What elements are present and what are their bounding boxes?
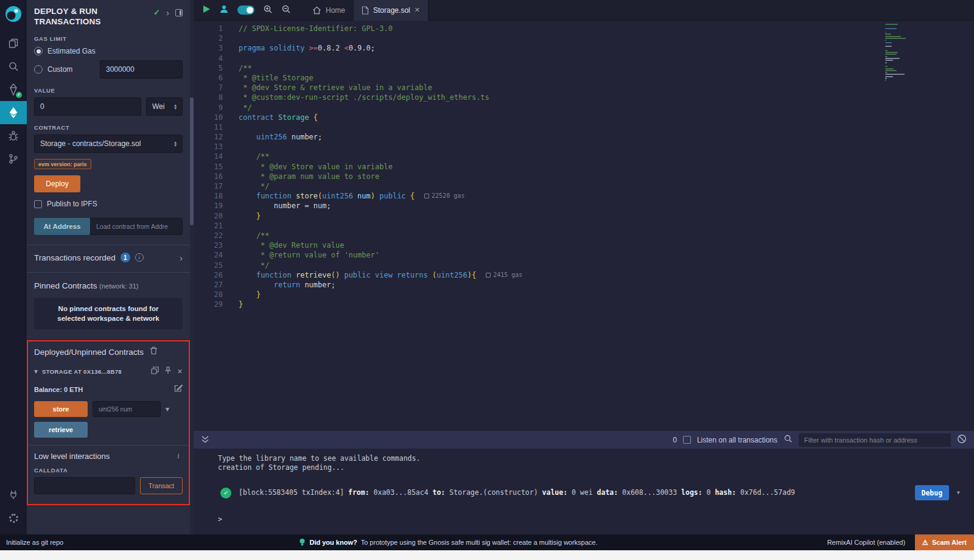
code-line[interactable]: 17 */	[194, 181, 974, 191]
code-line[interactable]: 12 uint256 number;	[194, 132, 974, 142]
listen-all-checkbox[interactable]	[683, 436, 691, 444]
chevron-down-icon[interactable]: ▾	[34, 368, 38, 375]
terminal-output[interactable]: Type the library name to see available c…	[194, 449, 974, 534]
gas-estimate: 2415 gas	[486, 270, 522, 280]
code-line[interactable]: 10contract Storage {	[194, 113, 974, 122]
code-line[interactable]: 9 */	[194, 103, 974, 113]
code-line[interactable]: 18 function store(uint256 num) public {2…	[194, 191, 974, 201]
expand-terminal-icon[interactable]	[201, 435, 209, 446]
custom-gas-input[interactable]	[100, 60, 183, 79]
code-line[interactable]: 2	[194, 33, 974, 43]
terminal-filter-input[interactable]	[799, 433, 951, 447]
info-icon[interactable]: i	[135, 253, 144, 262]
value-unit-select[interactable]: Wei ▴▾	[146, 97, 183, 116]
expand-store-chevron-icon[interactable]: ▾	[166, 405, 169, 413]
code-line[interactable]: 3pragma solidity >=0.8.2 <0.9.0;	[194, 43, 974, 53]
code-line[interactable]: 11	[194, 122, 974, 132]
warning-icon: ⚠	[922, 539, 928, 547]
sidebar-item-file-explorer[interactable]	[0, 32, 27, 55]
zoom-out-icon[interactable]	[281, 4, 291, 16]
copilot-status[interactable]: RemixAI Copilot (enabled)	[827, 539, 905, 546]
pinned-title-text: Pinned Contracts	[34, 281, 97, 290]
expand-transactions-chevron-icon[interactable]: ›	[180, 253, 183, 262]
gas-estimate: 22520 gas	[424, 191, 464, 201]
pin-contract-icon[interactable]	[164, 366, 172, 377]
code-line[interactable]: 24 * @return value of 'number'	[194, 250, 974, 260]
code-line[interactable]: 23 * @dev Return value	[194, 240, 974, 250]
sidebar-item-deploy-run[interactable]	[0, 101, 27, 124]
sidebar-item-debugger[interactable]	[0, 124, 27, 147]
calldata-input[interactable]	[34, 477, 135, 494]
estimated-gas-radio[interactable]	[34, 47, 43, 55]
terminal-prompt[interactable]: >	[218, 515, 964, 524]
retrieve-function-button[interactable]: retrieve	[34, 422, 88, 438]
remix-logo-icon[interactable]	[4, 5, 23, 23]
code-line[interactable]: 16 * @param num value to store	[194, 172, 974, 181]
deployed-contract-row[interactable]: ▾ STORAGE AT 0X136...8B78 ✕	[34, 366, 183, 377]
sidebar-item-plugin-manager[interactable]	[0, 483, 27, 506]
code-line[interactable]: 7 * @dev Store & retrieve value in a var…	[194, 83, 974, 93]
panel-scrollbar-thumb[interactable]	[190, 97, 194, 225]
at-address-input[interactable]	[90, 218, 183, 235]
clear-console-icon[interactable]	[957, 434, 967, 446]
code-line[interactable]: 20 }	[194, 211, 974, 221]
zoom-in-icon[interactable]	[263, 4, 273, 16]
git-branch-icon	[8, 153, 19, 164]
remixai-assistant-icon[interactable]	[219, 4, 229, 16]
code-line[interactable]: 25 */	[194, 261, 974, 270]
copy-address-icon[interactable]	[151, 366, 159, 377]
run-script-icon[interactable]	[202, 5, 211, 16]
tab-storage-sol[interactable]: Storage.sol ✕	[354, 0, 429, 21]
code-line[interactable]: 26 function retrieve() public view retur…	[194, 270, 974, 280]
publish-ipfs-checkbox[interactable]	[34, 200, 42, 208]
code-editor[interactable]: 1// SPDX-License-Identifier: GPL-3.023pr…	[194, 21, 974, 431]
publish-ipfs-label: Publish to IPFS	[47, 200, 97, 208]
remove-contract-icon[interactable]: ✕	[177, 368, 183, 376]
terminal-search-icon[interactable]	[783, 434, 793, 446]
code-line[interactable]: 29}	[194, 299, 974, 309]
code-line[interactable]: 8 * @custom:dev-run-script ./scripts/dep…	[194, 93, 974, 102]
edit-balance-icon[interactable]	[174, 384, 183, 395]
code-line[interactable]: 15 * @dev Store value in variable	[194, 162, 974, 172]
code-line[interactable]: 19 number = num;	[194, 201, 974, 211]
close-tab-icon[interactable]: ✕	[415, 6, 420, 14]
tx-log-row[interactable]: ✓ [block:5583405 txIndex:4] from: 0xa03.…	[218, 485, 964, 500]
transact-button[interactable]: Transact	[140, 477, 183, 494]
code-line[interactable]: 14 /**	[194, 152, 974, 161]
code-line[interactable]: 22 /**	[194, 231, 974, 240]
code-line[interactable]: 27 return number;	[194, 280, 974, 290]
sidebar-item-source-control[interactable]	[0, 147, 27, 170]
sidebar-item-settings[interactable]	[0, 506, 27, 530]
sidebar-item-search[interactable]	[0, 55, 27, 78]
custom-gas-radio[interactable]	[34, 65, 43, 74]
listen-all-label: Listen on all transactions	[697, 436, 777, 444]
git-init-button[interactable]: Initialize as git repo	[6, 539, 63, 546]
highlight-box: Deployed/Unpinned Contracts ▾ STORAGE AT…	[27, 340, 190, 505]
store-function-button[interactable]: store	[34, 401, 88, 417]
code-line[interactable]: 6 * @title Storage	[194, 73, 974, 83]
icon-sidebar: ✓	[0, 0, 27, 534]
deploy-button[interactable]: Deploy	[34, 175, 80, 192]
code-line[interactable]: 28 }	[194, 290, 974, 299]
debug-button[interactable]: Debug	[915, 485, 949, 500]
scam-alert-button[interactable]: ⚠ Scam Alert	[915, 534, 974, 550]
code-line[interactable]: 4	[194, 54, 974, 63]
sidebar-item-solidity-compiler[interactable]: ✓	[0, 78, 27, 101]
pin-panel-icon[interactable]	[175, 9, 183, 16]
code-line[interactable]: 21	[194, 221, 974, 231]
tab-home[interactable]: Home	[304, 0, 354, 21]
low-level-info-icon[interactable]: i	[174, 452, 183, 461]
expand-tx-chevron-icon[interactable]: ▾	[956, 488, 961, 497]
copilot-toggle[interactable]	[237, 5, 254, 15]
contract-select[interactable]: Storage - contracts/Storage.sol ▴▾	[34, 135, 183, 153]
code-line[interactable]: 13	[194, 142, 974, 152]
at-address-button[interactable]: At Address	[34, 218, 90, 235]
code-line[interactable]: 5/**	[194, 63, 974, 73]
code-line[interactable]: 1// SPDX-License-Identifier: GPL-3.0	[194, 24, 974, 33]
trash-icon[interactable]	[150, 346, 158, 357]
minimap[interactable]	[885, 24, 920, 82]
value-input[interactable]	[34, 97, 141, 116]
pinned-empty-line1: No pinned contracts found for	[39, 304, 178, 313]
store-argument-input[interactable]	[93, 401, 161, 417]
forward-chevron-icon[interactable]: ›	[166, 8, 169, 17]
